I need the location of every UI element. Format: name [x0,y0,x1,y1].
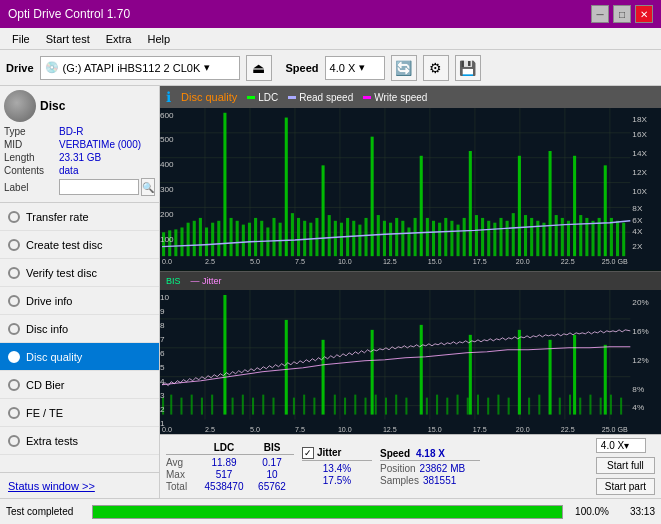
total-bis: 65762 [250,481,294,492]
avg-ldc: 11.89 [202,457,246,468]
svg-text:16%: 16% [632,326,648,335]
svg-rect-134 [285,319,288,414]
maximize-button[interactable]: □ [613,5,631,23]
extra-tests-icon [8,435,20,447]
svg-text:8: 8 [160,320,165,329]
cd-bier-icon [8,379,20,391]
menu-file[interactable]: File [4,31,38,47]
svg-text:4X: 4X [632,227,643,236]
svg-text:8X: 8X [632,204,643,213]
svg-rect-52 [383,221,386,256]
svg-text:4%: 4% [632,402,644,411]
svg-text:9: 9 [160,307,165,316]
speed-selector[interactable]: 4.0 X ▾ [325,56,385,80]
start-full-button[interactable]: Start full [596,457,655,474]
svg-rect-28 [236,221,239,256]
sidebar-item-transfer-rate[interactable]: Transfer rate [0,203,159,231]
svg-rect-168 [457,394,459,414]
speed-dropdown[interactable]: 4.0 X ▾ [596,438,646,453]
sidebar-item-disc-quality[interactable]: Disc quality [0,343,159,371]
svg-text:14X: 14X [632,149,647,158]
sidebar-item-disc-info[interactable]: Disc info [0,315,159,343]
window-controls: ─ □ ✕ [591,5,653,23]
minimize-button[interactable]: ─ [591,5,609,23]
svg-rect-51 [377,215,380,256]
svg-rect-137 [420,324,423,414]
svg-rect-68 [481,218,484,256]
samples-label: Samples [380,475,419,486]
svg-text:5: 5 [160,362,165,371]
svg-text:10.0: 10.0 [338,258,352,265]
svg-text:22.5: 22.5 [561,426,575,433]
menu-help[interactable]: Help [139,31,178,47]
ldc-color [247,96,255,99]
svg-text:10.0: 10.0 [338,426,352,433]
svg-rect-80 [555,215,558,256]
read-speed-color [288,96,296,99]
svg-rect-162 [385,397,387,414]
svg-rect-141 [573,334,576,414]
jitter-checkbox[interactable]: ✓ [302,447,314,459]
position-label: Position [380,463,416,474]
contents-value: data [59,165,78,176]
svg-rect-88 [604,165,607,256]
svg-rect-165 [426,397,428,414]
start-part-button[interactable]: Start part [596,478,655,495]
svg-text:6: 6 [160,348,165,357]
sidebar-item-extra-tests[interactable]: Extra tests [0,427,159,455]
settings-button[interactable]: ⚙ [423,55,449,81]
create-test-disc-icon [8,239,20,251]
refresh-button[interactable]: 🔄 [391,55,417,81]
svg-rect-84 [579,215,582,256]
disc-section: Disc Type BD-R MID VERBATIMe (000) Lengt… [0,86,159,203]
svg-rect-65 [463,218,466,256]
svg-text:15.0: 15.0 [428,258,442,265]
svg-rect-26 [223,113,226,256]
sidebar-item-cd-bier[interactable]: CD Bier [0,371,159,399]
mid-value: VERBATIMe (000) [59,139,141,150]
legend-read-speed-label: Read speed [299,92,353,103]
sidebar-item-create-test-disc[interactable]: Create test disc [0,231,159,259]
progress-bar-container [92,505,563,519]
svg-rect-153 [272,397,274,414]
sidebar: Disc Type BD-R MID VERBATIMe (000) Lengt… [0,86,160,498]
menu-start-test[interactable]: Start test [38,31,98,47]
menu-bar: File Start test Extra Help [0,28,661,50]
progress-status: Test completed [6,506,86,517]
menu-extra[interactable]: Extra [98,31,140,47]
svg-text:2X: 2X [632,243,643,252]
contents-label: Contents [4,165,59,176]
eject-button[interactable]: ⏏ [246,55,272,81]
label-input[interactable] [59,179,139,195]
bis-label: BIS [166,276,181,286]
svg-rect-53 [389,223,392,256]
nav-label-disc-quality: Disc quality [26,351,82,363]
type-value: BD-R [59,126,83,137]
progress-time: 33:13 [615,506,655,517]
close-button[interactable]: ✕ [635,5,653,23]
svg-text:12.5: 12.5 [383,258,397,265]
nav-label-create-test-disc: Create test disc [26,239,102,251]
drive-label: Drive [6,62,34,74]
svg-rect-89 [610,218,613,256]
svg-rect-63 [450,221,453,256]
svg-rect-58 [420,156,423,256]
svg-rect-55 [401,221,404,256]
sidebar-item-drive-info[interactable]: Drive info [0,287,159,315]
jitter-legend-label: — Jitter [191,276,222,286]
sidebar-item-fe-te[interactable]: FE / TE [0,399,159,427]
transfer-rate-icon [8,211,20,223]
svg-rect-20 [187,223,190,256]
speed-value: 4.0 X [330,62,356,74]
svg-rect-81 [561,218,564,256]
label-search-button[interactable]: 🔍 [141,178,155,196]
drive-selector[interactable]: 💿 (G:) ATAPI iHBS112 2 CL0K ▾ [40,56,240,80]
sidebar-item-verify-test-disc[interactable]: Verify test disc [0,259,159,287]
save-button[interactable]: 💾 [455,55,481,81]
disc-quality-icon [8,351,20,363]
nav-label-transfer-rate: Transfer rate [26,211,89,223]
svg-text:12.5: 12.5 [383,426,397,433]
legend-write-speed: Write speed [363,92,427,103]
svg-rect-21 [193,221,196,256]
status-window-link[interactable]: Status window >> [0,472,159,498]
